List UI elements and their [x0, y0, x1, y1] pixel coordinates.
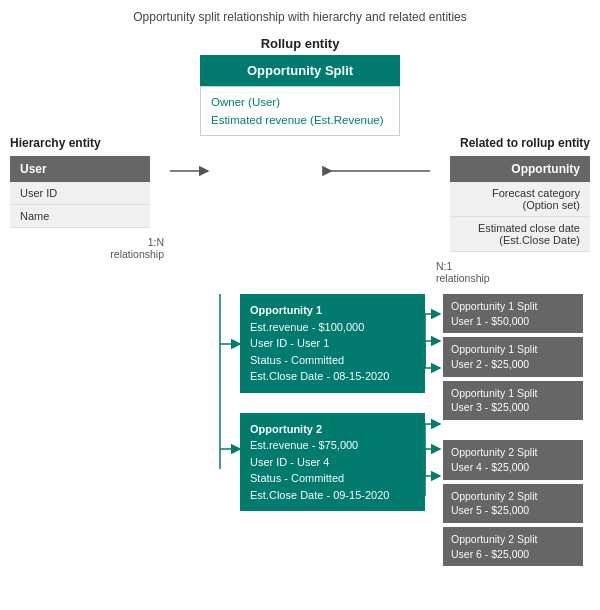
opp2-line1: Est.revenue - $75,000	[250, 437, 415, 454]
opportunity-column: Opportunity 1 Est.revenue - $100,000 Use…	[240, 294, 425, 566]
opportunity-1-box: Opportunity 1 Est.revenue - $100,000 Use…	[240, 294, 425, 393]
splits-group-1: Opportunity 1 SplitUser 1 - $50,000 Oppo…	[443, 294, 583, 420]
hierarchy-section-label: Hierarchy entity	[10, 136, 170, 150]
split-2-1: Opportunity 2 SplitUser 4 - $25,000	[443, 440, 583, 479]
splits-column: Opportunity 1 SplitUser 1 - $50,000 Oppo…	[443, 294, 583, 566]
rollup-label: Rollup entity	[261, 36, 340, 51]
related-rel-label: N:1relationship	[430, 260, 590, 284]
rollup-field-0: Owner (User)	[211, 93, 389, 111]
related-section-label: Related to rollup entity	[430, 136, 590, 150]
opp1-line1: Est.revenue - $100,000	[250, 319, 415, 336]
opp1-line0: Opportunity 1	[250, 302, 415, 319]
opp2-line3: Status - Committed	[250, 470, 415, 487]
hierarchy-field-1: Name	[10, 205, 150, 228]
opp1-line2: User ID - User 1	[250, 335, 415, 352]
opportunity-2-box: Opportunity 2 Est.revenue - $75,000 User…	[240, 413, 425, 512]
opp1-line3: Status - Committed	[250, 352, 415, 369]
page-container: Opportunity split relationship with hier…	[0, 0, 600, 576]
hierarchy-rel-label: 1:Nrelationship	[10, 236, 170, 260]
rollup-fields-box: Owner (User) Estimated revenue (Est.Reve…	[200, 86, 400, 136]
rollup-box: Opportunity Split	[200, 55, 400, 86]
opp2-line4: Est.Close Date - 09-15-2020	[250, 487, 415, 504]
split-1-1: Opportunity 1 SplitUser 1 - $50,000	[443, 294, 583, 333]
hierarchy-header: User	[10, 156, 150, 182]
splits-group-2: Opportunity 2 SplitUser 4 - $25,000 Oppo…	[443, 440, 583, 566]
related-header: Opportunity	[450, 156, 590, 182]
related-field-1: Estimated close date (Est.Close Date)	[450, 217, 590, 252]
opp2-line2: User ID - User 4	[250, 454, 415, 471]
opp1-line4: Est.Close Date - 08-15-2020	[250, 368, 415, 385]
opp2-line0: Opportunity 2	[250, 421, 415, 438]
split-2-2: Opportunity 2 SplitUser 5 - $25,000	[443, 484, 583, 523]
top-connectors-svg	[170, 136, 430, 256]
related-field-0: Forecast category (Option set)	[450, 182, 590, 217]
hierarchy-field-0: User ID	[10, 182, 150, 205]
rollup-field-1: Estimated revenue (Est.Revenue)	[211, 111, 389, 129]
rollup-box-label: Opportunity Split	[247, 63, 353, 78]
split-1-3: Opportunity 1 SplitUser 3 - $25,000	[443, 381, 583, 420]
page-title: Opportunity split relationship with hier…	[10, 10, 590, 24]
split-1-2: Opportunity 1 SplitUser 2 - $25,000	[443, 337, 583, 376]
split-2-3: Opportunity 2 SplitUser 6 - $25,000	[443, 527, 583, 566]
